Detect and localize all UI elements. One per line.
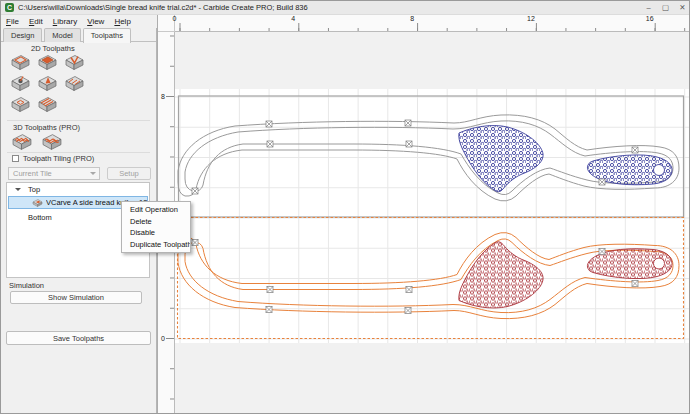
2d-toolpath-icons (10, 53, 85, 114)
advanced-vcarve-toolpath-icon[interactable] (37, 74, 58, 93)
contour-toolpath-icon[interactable] (10, 53, 31, 72)
setup-button[interactable]: Setup (107, 167, 151, 180)
toolpath-context-menu: Edit Operation Delete Disable Duplicate … (121, 201, 191, 253)
menu-file[interactable]: File (1, 15, 24, 28)
menu-edit[interactable]: Edit (24, 15, 48, 28)
close-button[interactable]: ✕ (674, 1, 690, 14)
keyhole-toolpath-icon[interactable] (10, 95, 31, 114)
menu-help[interactable]: Help (109, 15, 135, 28)
h-ruler-label: 0 (173, 15, 177, 22)
ramp-toolpath-icon[interactable] (37, 95, 58, 114)
h-ruler-label: 4 (291, 15, 295, 22)
3d-rough-toolpath-icon[interactable] (10, 132, 34, 152)
pocket-toolpath-icon[interactable] (37, 53, 58, 72)
tab-model[interactable]: Model (44, 28, 80, 42)
drawing-canvas[interactable] (175, 32, 689, 413)
tree-group-top[interactable]: Top (7, 184, 149, 195)
tree-bottom-label: Bottom (28, 213, 52, 222)
minimize-button[interactable]: – (640, 1, 657, 14)
current-tile-value: Current Tile (13, 169, 52, 178)
section-3d-toolpaths: 3D Toolpaths (PRO) (13, 123, 80, 132)
save-toolpaths-button[interactable]: Save Toolpaths (6, 331, 151, 345)
h-ruler-label: 12 (527, 15, 535, 22)
tree-top-label: Top (28, 185, 40, 194)
context-menu-disable[interactable]: Disable (122, 227, 190, 239)
app-logo-icon: C (5, 3, 14, 12)
toolpath-tiling-checkbox[interactable] (12, 155, 19, 162)
v-ruler-label: 0 (161, 335, 165, 342)
texture-toolpath-icon[interactable] (64, 74, 85, 93)
current-tile-select[interactable]: Current Tile (8, 167, 100, 180)
section-divider (7, 152, 150, 153)
context-menu-edit-operation[interactable]: Edit Operation (122, 204, 190, 216)
toolpath-tiling-row: Toolpath Tiling (PRO) (12, 154, 94, 163)
section-2d-toolpaths: 2D Toolpaths (31, 44, 75, 53)
panel-tabs: Design Model Toolpaths (1, 28, 156, 42)
3d-finish-toolpath-icon[interactable] (40, 132, 64, 152)
collapse-caret-icon[interactable] (15, 188, 21, 191)
maximize-button[interactable]: ▢ (657, 1, 674, 14)
menu-bar: File Edit Library View Help (1, 15, 157, 28)
app-window: C C:\Users\willa\Downloads\Single bread … (0, 0, 690, 414)
section-divider (7, 120, 150, 121)
window-title: C:\Users\willa\Downloads\Single bread kn… (18, 3, 308, 12)
design-canvas-region: 0 4 8 12 16 8 4 0 (157, 15, 689, 413)
chevron-down-icon (90, 172, 96, 175)
horizontal-ruler: 0 4 8 12 16 (175, 15, 689, 32)
tab-toolpaths[interactable]: Toolpaths (83, 28, 131, 43)
show-simulation-button[interactable]: Show Simulation (10, 291, 142, 304)
context-menu-duplicate-toolpath[interactable]: Duplicate Toolpath (122, 239, 190, 251)
vcarve-toolpath-icon[interactable] (64, 53, 85, 72)
document-area (175, 89, 689, 343)
drill-toolpath-icon[interactable] (10, 74, 31, 93)
3d-toolpath-icons (10, 132, 64, 152)
h-ruler-label: 8 (410, 15, 414, 22)
menu-library[interactable]: Library (48, 15, 82, 28)
title-bar: C C:\Users\willa\Downloads\Single bread … (1, 1, 690, 15)
tab-design[interactable]: Design (3, 28, 42, 42)
context-menu-delete[interactable]: Delete (122, 216, 190, 228)
simulation-label: Simulation (9, 281, 44, 290)
toolpath-item-icon (32, 198, 43, 208)
v-ruler-label: 8 (161, 93, 165, 100)
toolpath-tiling-label: Toolpath Tiling (PRO) (23, 154, 94, 163)
h-ruler-label: 16 (646, 15, 654, 22)
menu-view[interactable]: View (82, 15, 109, 28)
